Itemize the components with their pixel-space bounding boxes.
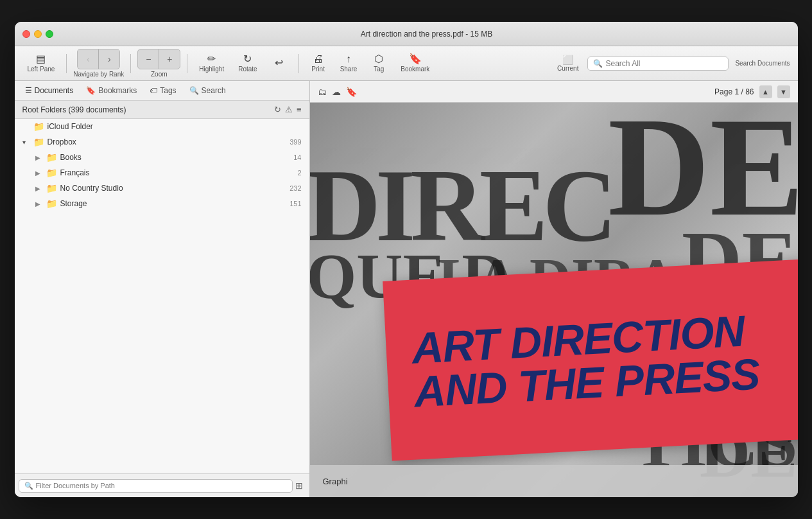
minimize-button[interactable] bbox=[34, 30, 42, 38]
bookmark-icon: 🔖 bbox=[409, 54, 422, 64]
search-box: 🔍 bbox=[587, 57, 729, 71]
storage-folder-name: Storage bbox=[60, 199, 288, 208]
pdf-page: DE DIREC QUE D DE DE DE DEAZ TICS bbox=[310, 103, 798, 497]
filter-input-wrap: 🔍 bbox=[19, 479, 293, 493]
pdf-toolbar-left: 🗂 ☁ 🔖 bbox=[318, 87, 357, 97]
storage-folder-item[interactable]: ▶ 📁 Storage 151 bbox=[15, 196, 309, 211]
tags-tab-icon: 🏷 bbox=[150, 86, 157, 95]
main-window: Art direction and the press.pdf - 15 MB … bbox=[15, 22, 798, 497]
dropbox-folder-name: Dropbox bbox=[48, 137, 288, 146]
left-pane-button[interactable]: ▤ Left Pane bbox=[22, 51, 60, 75]
traffic-lights bbox=[22, 30, 53, 38]
nav-forward-button[interactable]: › bbox=[99, 49, 119, 69]
tags-tab-label: Tags bbox=[160, 86, 176, 95]
highlight-button[interactable]: ✏ Highlight bbox=[194, 51, 229, 75]
pdf-bottom-bar: Graphi bbox=[310, 465, 798, 497]
francais-folder-item[interactable]: ▶ 📁 Français 2 bbox=[15, 165, 309, 180]
books-count: 14 bbox=[293, 154, 301, 161]
zoom-label: Zoom bbox=[151, 71, 168, 78]
sidebar-content: 📁 iCloud Folder ▾ 📁 Dropbox 399 ▶ 📁 Book… bbox=[15, 119, 309, 473]
close-button[interactable] bbox=[22, 30, 30, 38]
left-pane-icon: ▤ bbox=[36, 54, 46, 64]
nocountrystudio-folder-item[interactable]: ▶ 📁 No Country Studio 232 bbox=[15, 180, 309, 196]
bookmark-button[interactable]: 🔖 Bookmark bbox=[395, 51, 435, 75]
nocountrystudio-folder-icon: 📁 bbox=[46, 183, 57, 193]
icloud-folder-name: iCloud Folder bbox=[48, 122, 302, 131]
storage-count: 151 bbox=[289, 200, 301, 207]
left-pane-label: Left Pane bbox=[28, 66, 55, 73]
nav-back-button[interactable]: ‹ bbox=[78, 49, 98, 69]
tag-label: Tag bbox=[374, 66, 384, 73]
alert-icon[interactable]: ⚠ bbox=[285, 105, 293, 114]
bookmarks-tab-icon: 🔖 bbox=[86, 86, 96, 95]
options-icon[interactable]: ≡ bbox=[297, 105, 302, 114]
share-button[interactable]: ↑ Share bbox=[335, 51, 363, 75]
bookmark-label: Bookmark bbox=[401, 66, 429, 73]
tab-tags[interactable]: 🏷 Tags bbox=[147, 85, 178, 96]
separator-2 bbox=[130, 54, 131, 73]
rotate-label: Rotate bbox=[238, 66, 257, 73]
toolbar: ▤ Left Pane ‹ › Navigate by Rank − + Zoo… bbox=[15, 46, 798, 81]
refresh-icon[interactable]: ↻ bbox=[274, 105, 281, 114]
nocountrystudio-arrow: ▶ bbox=[35, 185, 43, 192]
undo-button[interactable]: ↩ bbox=[266, 55, 292, 72]
pdf-cover: DE DIREC QUE D DE DE DE DEAZ TICS bbox=[310, 103, 798, 497]
print-label: Print bbox=[311, 66, 325, 73]
zoom-out-button[interactable]: − bbox=[138, 49, 159, 69]
tag-icon: ⬡ bbox=[374, 54, 383, 64]
separator-1 bbox=[66, 54, 67, 73]
share-label: Share bbox=[340, 66, 358, 73]
books-arrow: ▶ bbox=[35, 154, 43, 161]
rotate-button[interactable]: ↻ Rotate bbox=[233, 51, 262, 75]
storage-folder-icon: 📁 bbox=[46, 198, 57, 209]
books-folder-item[interactable]: ▶ 📁 Books 14 bbox=[15, 150, 309, 165]
current-button[interactable]: ⬜ Current bbox=[552, 52, 583, 75]
pdf-content: DE DIREC QUE D DE DE DE DEAZ TICS bbox=[310, 103, 798, 497]
pdf-viewer: 🗂 ☁ 🔖 Page 1 / 86 ▲ ▼ bbox=[310, 81, 798, 497]
share-icon: ↑ bbox=[346, 54, 351, 64]
search-icon: 🔍 bbox=[593, 59, 603, 68]
root-folders-title: Root Folders (399 documents) bbox=[22, 105, 274, 114]
tag-button[interactable]: ⬡ Tag bbox=[366, 51, 392, 75]
separator-3 bbox=[187, 54, 187, 73]
fullscreen-button[interactable] bbox=[46, 30, 53, 38]
filter-input[interactable] bbox=[36, 482, 287, 489]
search-input[interactable] bbox=[605, 59, 723, 68]
zoom-in-button[interactable]: + bbox=[159, 49, 180, 69]
pdf-bookmark2-icon[interactable]: 🔖 bbox=[346, 87, 357, 97]
documents-tab-label: Documents bbox=[35, 86, 74, 95]
print-button[interactable]: 🖨 Print bbox=[306, 51, 331, 75]
dropbox-folder-item[interactable]: ▾ 📁 Dropbox 399 bbox=[15, 134, 309, 150]
pdf-file-icon[interactable]: 🗂 bbox=[318, 87, 327, 97]
icloud-folder-icon: 📁 bbox=[33, 121, 44, 132]
current-label: Current bbox=[557, 65, 578, 72]
content-area: ☰ Documents 🔖 Bookmarks 🏷 Tags 🔍 Search bbox=[15, 81, 798, 497]
francais-folder-name: Français bbox=[60, 168, 295, 177]
tab-documents[interactable]: ☰ Documents bbox=[22, 85, 76, 96]
storage-arrow: ▶ bbox=[35, 200, 43, 207]
pdf-next-page-button[interactable]: ▼ bbox=[777, 85, 790, 98]
search-tab-label: Search bbox=[202, 86, 226, 95]
print-icon: 🖨 bbox=[313, 54, 324, 64]
filter-options-button[interactable]: ⊞ bbox=[293, 478, 306, 493]
separator-4 bbox=[298, 54, 299, 73]
nav-group: ‹ › bbox=[77, 49, 120, 69]
undo-icon: ↩ bbox=[275, 58, 283, 68]
tab-search[interactable]: 🔍 Search bbox=[187, 85, 229, 96]
francais-count: 2 bbox=[297, 169, 301, 177]
pdf-page-label: Page 1 / 86 bbox=[714, 87, 754, 96]
zoom-group: − + bbox=[137, 49, 180, 69]
books-folder-name: Books bbox=[60, 153, 291, 162]
pdf-cloud-icon[interactable]: ☁ bbox=[332, 87, 341, 97]
search-documents-label: Search Documents bbox=[735, 60, 790, 67]
tab-bookmarks[interactable]: 🔖 Bookmarks bbox=[83, 85, 139, 96]
sidebar: ☰ Documents 🔖 Bookmarks 🏷 Tags 🔍 Search bbox=[15, 81, 310, 497]
sidebar-bottom: 🔍 ⊞ bbox=[15, 473, 309, 497]
dropbox-folder-icon: 📁 bbox=[33, 137, 44, 147]
pdf-page-info: Page 1 / 86 ▲ ▼ bbox=[714, 85, 790, 98]
sidebar-tabs: ☰ Documents 🔖 Bookmarks 🏷 Tags 🔍 Search bbox=[15, 81, 309, 101]
icloud-folder-item[interactable]: 📁 iCloud Folder bbox=[15, 119, 309, 134]
pdf-bottom-text: Graphi bbox=[323, 477, 348, 486]
pdf-prev-page-button[interactable]: ▲ bbox=[759, 85, 772, 98]
nav-label: Navigate by Rank bbox=[73, 71, 124, 78]
